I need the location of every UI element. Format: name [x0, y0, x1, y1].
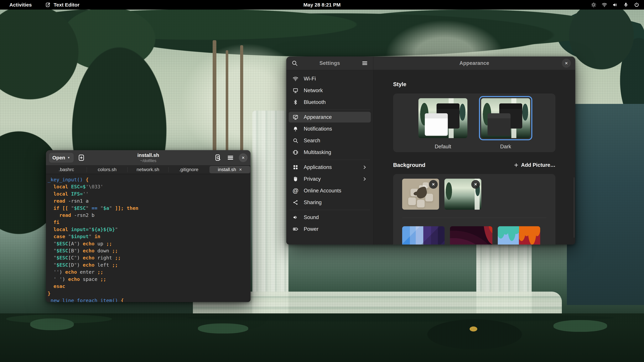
code-line: read -rsn1 a	[48, 197, 249, 204]
text-editor-window: Open ▼ install.sh ~/dotfiles × .bashr	[46, 150, 250, 302]
plus-icon	[514, 163, 519, 168]
style-option-dark[interactable]: Dark	[479, 96, 532, 150]
code-line: ' ') echo space ;;	[48, 276, 249, 283]
main-menu-button[interactable]	[226, 154, 234, 162]
tab-.bashrc[interactable]: .bashrc	[46, 165, 87, 174]
blue-orange-drips-wallpaper[interactable]	[498, 226, 540, 245]
code-line: local ESC=$'\033'	[48, 183, 249, 190]
style-selector: Default Dark	[393, 93, 556, 152]
clock[interactable]: May 28 8:21 PM	[304, 2, 340, 8]
system-status-area[interactable]	[591, 2, 640, 8]
remove-wallpaper-button[interactable]: ×	[471, 180, 480, 189]
code-line: esac	[48, 283, 249, 290]
wifi-icon[interactable]	[602, 2, 608, 8]
add-picture-button[interactable]: Add Picture…	[514, 162, 556, 168]
sidebar-separator	[289, 210, 370, 210]
sidebar-item-online-accounts[interactable]: @ Online Accounts	[289, 185, 371, 196]
focused-app-menu[interactable]: Text Editor	[45, 2, 79, 8]
editor-headerbar: Open ▼ install.sh ~/dotfiles ×	[46, 150, 250, 165]
appearance-icon	[292, 114, 299, 120]
pixel-forest-wallpaper[interactable]: ×	[444, 179, 481, 210]
sidebar-item-notifications[interactable]: Notifications	[289, 123, 371, 134]
code-line: _key_input() {	[48, 176, 249, 183]
maroon-waves-wallpaper[interactable]	[450, 226, 492, 245]
style-option-default[interactable]: Default	[416, 96, 470, 150]
code-line: read -rsn2 b	[48, 212, 249, 219]
sidebar-item-sharing[interactable]: Sharing	[289, 197, 371, 208]
applications-grid-icon	[292, 164, 299, 170]
code-line: case "$input" in	[48, 233, 249, 240]
bell-icon	[292, 126, 299, 132]
sidebar-separator	[289, 160, 370, 160]
settings-close-button[interactable]: ×	[562, 59, 571, 68]
dropdown-caret-icon: ▼	[67, 156, 70, 160]
sidebar-item-wi-fi[interactable]: Wi-Fi	[289, 73, 371, 84]
document-title: install.sh	[137, 152, 159, 158]
code-line: local input="${a}${b}"	[48, 226, 249, 233]
focused-app-name: Text Editor	[54, 2, 79, 8]
power-icon[interactable]	[634, 2, 640, 8]
code-line: "$ESC[C") echo right ;;	[48, 254, 249, 261]
activities-button[interactable]: Activities	[6, 2, 35, 8]
tab-network.sh[interactable]: network.sh	[128, 165, 168, 174]
night-light-icon[interactable]	[591, 2, 597, 8]
style-option-label: Dark	[479, 144, 532, 150]
document-path: ~/dotfiles	[137, 158, 159, 163]
network-icon	[292, 87, 299, 94]
share-icon	[292, 199, 299, 206]
code-line: '') echo enter ;;	[48, 269, 249, 276]
code-line: if [[ "$ESC" == "$a" ]]; then	[48, 205, 249, 212]
tab-.gitignore[interactable]: .gitignore	[168, 165, 209, 174]
sidebar-item-power[interactable]: Power	[289, 224, 371, 234]
settings-window: Settings Wi-Fi Network Bluetooth Appeara…	[286, 56, 575, 245]
tab-close-icon[interactable]: ×	[239, 167, 242, 172]
search-icon	[292, 137, 299, 144]
appearance-panel: Appearance × Style Default Dark	[373, 56, 575, 245]
sidebar-item-appearance[interactable]: Appearance	[289, 112, 371, 122]
sidebar-item-applications[interactable]: Applications	[289, 162, 371, 173]
style-heading: Style	[393, 81, 556, 87]
sidebar-item-search[interactable]: Search	[289, 135, 371, 146]
sidebar-item-network[interactable]: Network	[289, 85, 371, 96]
style-option-label: Default	[416, 144, 470, 150]
sidebar-headerbar: Settings	[286, 56, 373, 70]
pencil-square-icon	[45, 2, 51, 8]
code-line: fi	[48, 219, 249, 226]
settings-search-button[interactable]	[291, 59, 299, 67]
user-wallpapers-row: × ×	[402, 179, 546, 210]
code-line: local IFS=''	[48, 190, 249, 197]
tab-bar: .bashrc colors.sh network.sh .gitignore …	[46, 165, 250, 174]
panel-scrollbar[interactable]	[574, 177, 574, 238]
settings-nav-list: Wi-Fi Network Bluetooth Appearance Notif…	[286, 70, 373, 245]
settings-sidebar: Settings Wi-Fi Network Bluetooth Appeara…	[286, 56, 373, 245]
sidebar-item-multitasking[interactable]: Multitasking	[289, 147, 371, 158]
search-document-button[interactable]	[214, 154, 222, 162]
blue-purple-geometric-wallpaper[interactable]	[402, 226, 444, 245]
speaker-icon	[292, 214, 299, 221]
code-line: "$ESC[B") echo down ;;	[48, 247, 249, 254]
code-line: "$ESC[A") echo up ;;	[48, 240, 249, 247]
sidebar-item-sound[interactable]: Sound	[289, 212, 371, 223]
sidebar-item-privacy[interactable]: Privacy	[289, 174, 371, 184]
open-document-button[interactable]: Open ▼	[49, 153, 74, 163]
new-tab-button[interactable]	[77, 154, 85, 162]
volume-icon[interactable]	[612, 2, 618, 8]
tab-install.sh[interactable]: install.sh ×	[210, 166, 250, 173]
microphone-icon[interactable]	[623, 2, 629, 8]
panel-headerbar: Appearance ×	[373, 56, 575, 70]
tab-colors.sh[interactable]: colors.sh	[87, 165, 128, 174]
style-preview-default	[418, 98, 468, 138]
code-line: _new_line_foreach_item() {	[48, 297, 249, 302]
code-editor[interactable]: _key_input() { local ESC=$'\033' local I…	[46, 174, 250, 302]
code-line: "$ESC[D") echo left ;;	[48, 261, 249, 269]
editor-close-button[interactable]: ×	[239, 153, 248, 162]
privacy-hand-icon	[292, 176, 299, 182]
background-heading: Background	[393, 162, 426, 168]
desktop: Activities Text Editor May 28 8:21 PM Op…	[0, 0, 644, 362]
multitasking-icon	[292, 149, 299, 156]
glass-dragon-wallpaper[interactable]: ×	[402, 179, 439, 210]
settings-menu-button[interactable]	[361, 59, 369, 67]
sidebar-item-bluetooth[interactable]: Bluetooth	[289, 97, 371, 108]
remove-wallpaper-button[interactable]: ×	[429, 180, 438, 189]
background-separator	[402, 218, 546, 218]
